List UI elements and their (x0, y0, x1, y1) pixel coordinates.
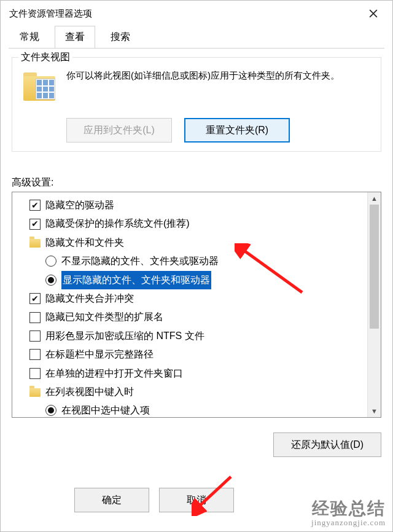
scroll-up-icon[interactable]: ▲ (368, 192, 381, 205)
tab-search[interactable]: 搜索 (100, 26, 141, 48)
opt-radio-select-typed[interactable]: 在视图中选中键入项 (18, 401, 365, 417)
opt-radio-show-hidden[interactable]: 显示隐藏的文件、文件夹和驱动器 (18, 271, 365, 289)
window-title: 文件资源管理器选项 (9, 8, 92, 20)
checkbox-icon[interactable] (29, 200, 41, 211)
opt-label: 不显示隐藏的文件、文件夹或驱动器 (61, 252, 219, 270)
tab-view[interactable]: 查看 (55, 26, 95, 48)
opt-hidden-files-folder[interactable]: 隐藏文件和文件夹 (18, 233, 365, 252)
opt-label: 隐藏文件夹合并冲突 (45, 289, 134, 308)
watermark-line2: jingyanzongjie.com (311, 518, 386, 527)
tabs: 常规 查看 搜索 (1, 26, 392, 49)
folderview-legend: 文件夹视图 (18, 51, 72, 64)
opt-label-selected: 显示隐藏的文件、文件夹和驱动器 (61, 271, 211, 289)
folder-icon (29, 388, 41, 397)
opt-label: 在标题栏中显示完整路径 (45, 345, 154, 364)
tab-underline (9, 48, 384, 49)
checkbox-icon[interactable] (29, 349, 41, 360)
advanced-label: 高级设置: (12, 176, 381, 189)
reset-folders-button[interactable]: 重置文件夹(R) (184, 118, 290, 143)
folderview-desc: 你可以将此视图(如详细信息或图标)应用于这种类型的所有文件夹。 (66, 69, 340, 108)
opt-hide-merge-conflict[interactable]: 隐藏文件夹合并冲突 (18, 289, 365, 308)
folder-icon (29, 239, 41, 248)
opt-label: 隐藏文件和文件夹 (45, 233, 124, 252)
opt-radio-dont-show-hidden[interactable]: 不显示隐藏的文件、文件夹或驱动器 (18, 252, 365, 270)
ok-button[interactable]: 确定 (74, 488, 149, 512)
restore-defaults-button[interactable]: 还原为默认值(D) (273, 432, 381, 457)
opt-label: 隐藏受保护的操作系统文件(推荐) (45, 214, 190, 233)
scroll-track[interactable] (368, 205, 381, 405)
radio-icon[interactable] (45, 405, 56, 416)
advanced-scrollbar[interactable]: ▲ ▼ (367, 192, 381, 417)
checkbox-icon[interactable] (29, 219, 41, 230)
advanced-settings-list: 隐藏空的驱动器 隐藏受保护的操作系统文件(推荐) 隐藏文件和文件夹 不显示隐藏的… (12, 192, 367, 417)
opt-label: 在视图中选中键入项 (61, 401, 150, 417)
opt-listview-type[interactable]: 在列表视图中键入时 (18, 383, 365, 401)
opt-hide-known-ext[interactable]: 隐藏已知文件类型的扩展名 (18, 308, 365, 326)
opt-label: 隐藏空的驱动器 (45, 196, 114, 214)
folderview-group: 文件夹视图 你可以将此视图(如详细信息或图标)应用于这种类型的所有文件夹。 应用… (12, 57, 381, 152)
scroll-thumb[interactable] (370, 205, 379, 329)
radio-icon[interactable] (45, 256, 56, 267)
checkbox-icon[interactable] (29, 312, 41, 323)
opt-color-ntfs[interactable]: 用彩色显示加密或压缩的 NTFS 文件 (18, 327, 365, 345)
opt-full-path-title[interactable]: 在标题栏中显示完整路径 (18, 345, 365, 364)
opt-label: 用彩色显示加密或压缩的 NTFS 文件 (45, 327, 204, 345)
tab-general[interactable]: 常规 (9, 26, 50, 48)
opt-hide-empty-drives[interactable]: 隐藏空的驱动器 (18, 196, 365, 214)
tab-page-view: 文件夹视图 你可以将此视图(如详细信息或图标)应用于这种类型的所有文件夹。 应用… (1, 49, 392, 531)
dialog-window: 文件资源管理器选项 常规 查看 搜索 文件夹视图 你可以将此视图(如详细信息或图… (0, 0, 393, 532)
advanced-settings-box: 隐藏空的驱动器 隐藏受保护的操作系统文件(推荐) 隐藏文件和文件夹 不显示隐藏的… (12, 192, 381, 418)
watermark: 经验总结 jingyanzongjie.com (311, 499, 386, 527)
radio-icon[interactable] (45, 275, 56, 286)
opt-label: 在单独的进程中打开文件夹窗口 (45, 364, 183, 383)
checkbox-icon[interactable] (29, 368, 41, 379)
close-button[interactable] (358, 1, 389, 26)
opt-label: 在列表视图中键入时 (45, 383, 134, 401)
watermark-line1: 经验总结 (311, 499, 386, 518)
opt-label: 隐藏已知文件类型的扩展名 (45, 308, 163, 326)
opt-hide-protected-os[interactable]: 隐藏受保护的操作系统文件(推荐) (18, 214, 365, 233)
checkbox-icon[interactable] (29, 293, 41, 304)
apply-to-folders-button: 应用到文件夹(L) (66, 118, 172, 143)
scroll-down-icon[interactable]: ▼ (368, 405, 381, 417)
folder-views-icon (21, 71, 58, 108)
titlebar: 文件资源管理器选项 (1, 1, 392, 26)
opt-separate-process[interactable]: 在单独的进程中打开文件夹窗口 (18, 364, 365, 383)
checkbox-icon[interactable] (29, 331, 41, 342)
cancel-button[interactable]: 取消 (159, 488, 234, 512)
